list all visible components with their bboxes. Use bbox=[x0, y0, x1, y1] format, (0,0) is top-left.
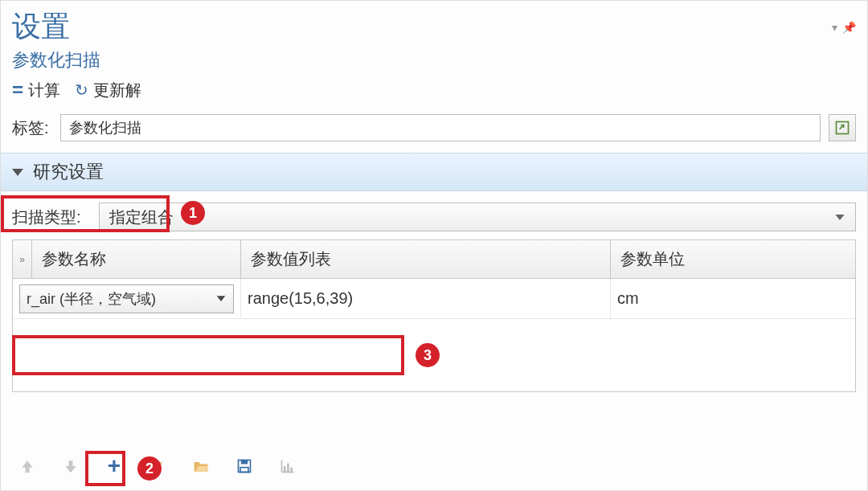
expand-column[interactable]: » bbox=[13, 240, 32, 278]
goto-icon bbox=[834, 120, 850, 136]
chart-button[interactable] bbox=[272, 452, 303, 481]
param-unit-cell[interactable]: cm bbox=[611, 279, 855, 318]
panel-subtitle: 参数化扫描 bbox=[1, 47, 867, 76]
move-down-button[interactable] bbox=[55, 452, 86, 481]
scan-type-value: 指定组合 bbox=[109, 207, 174, 228]
label-row: 标签: bbox=[1, 109, 867, 146]
th-param-values: 参数值列表 bbox=[241, 240, 611, 278]
svg-rect-0 bbox=[837, 122, 849, 134]
th-param-name: 参数名称 bbox=[32, 240, 241, 278]
refresh-icon: ↻ bbox=[75, 80, 88, 100]
section-header[interactable]: 研究设置 bbox=[1, 153, 867, 191]
section-title: 研究设置 bbox=[33, 160, 104, 184]
scan-type-row: 扫描类型: 指定组合 bbox=[1, 191, 867, 239]
update-label: 更新解 bbox=[93, 80, 141, 101]
folder-open-icon bbox=[193, 458, 209, 474]
param-table: » 参数名称 参数值列表 参数单位 r_air (半径，空气域) range(1… bbox=[12, 239, 856, 392]
label-input[interactable] bbox=[60, 114, 821, 141]
settings-panel: 设置 ▾ 📌 参数化扫描 = 计算 ↻ 更新解 标签: 研究设置 扫描类型: 指… bbox=[0, 0, 868, 491]
compute-icon: = bbox=[12, 79, 23, 101]
action-row: = 计算 ↻ 更新解 bbox=[1, 76, 867, 109]
pin-icon[interactable]: 📌 bbox=[842, 21, 856, 34]
label-side-button[interactable] bbox=[829, 114, 856, 141]
arrow-up-icon bbox=[19, 458, 35, 474]
chart-icon bbox=[280, 458, 296, 474]
table-row[interactable]: r_air (半径，空气域) range(15,6,39) cm bbox=[13, 279, 855, 319]
param-name-combo[interactable]: r_air (半径，空气域) bbox=[19, 284, 234, 313]
arrow-down-icon bbox=[63, 458, 79, 474]
save-button[interactable] bbox=[229, 452, 260, 481]
panel-title: 设置 bbox=[12, 7, 70, 47]
table-toolbar: + bbox=[1, 447, 867, 485]
svg-rect-3 bbox=[240, 468, 248, 473]
th-param-unit: 参数单位 bbox=[611, 240, 855, 278]
svg-rect-2 bbox=[241, 460, 248, 464]
plus-icon: + bbox=[108, 453, 121, 479]
param-values-cell[interactable]: range(15,6,39) bbox=[241, 279, 611, 318]
table-header: » 参数名称 参数值列表 参数单位 bbox=[13, 240, 855, 279]
delete-icon bbox=[149, 458, 166, 474]
combo-chevron-icon bbox=[217, 296, 226, 301]
move-up-button[interactable] bbox=[12, 452, 43, 481]
dropdown-icon[interactable]: ▾ bbox=[832, 21, 837, 34]
scan-type-caption: 扫描类型: bbox=[12, 207, 84, 228]
compute-button[interactable]: = 计算 bbox=[12, 79, 60, 101]
delete-button[interactable] bbox=[142, 452, 173, 481]
open-button[interactable] bbox=[186, 452, 216, 481]
panel-title-row: 设置 ▾ 📌 bbox=[1, 1, 867, 47]
param-name-value: r_air (半径，空气域) bbox=[27, 289, 156, 309]
save-icon bbox=[236, 458, 252, 474]
scan-type-combo[interactable]: 指定组合 bbox=[99, 203, 856, 231]
combo-chevron-icon bbox=[835, 214, 844, 219]
label-caption: 标签: bbox=[12, 117, 52, 139]
add-button[interactable]: + bbox=[99, 452, 129, 481]
svg-rect-5 bbox=[287, 464, 289, 473]
svg-rect-6 bbox=[290, 468, 293, 473]
compute-label: 计算 bbox=[28, 80, 60, 101]
chevron-down-icon bbox=[12, 169, 23, 176]
update-button[interactable]: ↻ 更新解 bbox=[75, 80, 141, 101]
svg-rect-4 bbox=[284, 466, 286, 473]
